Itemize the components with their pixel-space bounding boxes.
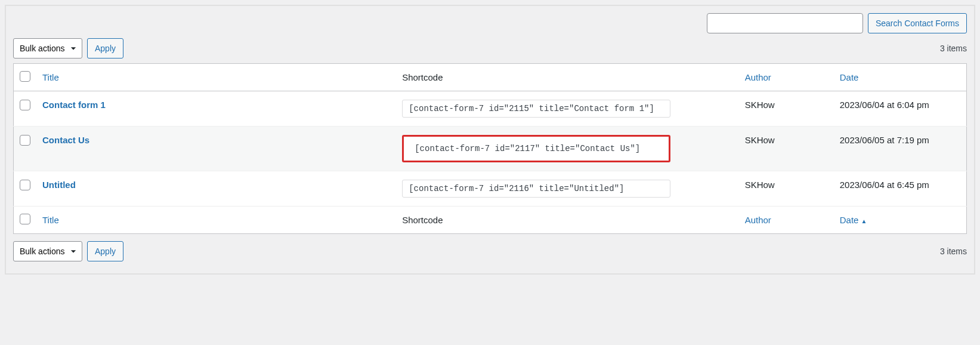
sort-title-link[interactable]: Title — [42, 72, 59, 82]
select-all-footer — [14, 207, 37, 234]
search-box: Search Contact Forms — [13, 13, 967, 33]
sort-date-link[interactable]: Date — [840, 72, 859, 82]
column-header-author[interactable]: Author — [739, 64, 834, 91]
apply-button-top[interactable]: Apply — [87, 38, 123, 58]
bulk-actions-select-bottom[interactable]: Bulk actions — [13, 241, 82, 261]
table-row: UntitledSKHow2023/06/04 at 6:45 pm — [14, 171, 967, 207]
table-row: Contact form 1SKHow2023/06/04 at 6:04 pm — [14, 91, 967, 127]
row-author-cell: SKHow — [739, 171, 834, 207]
column-footer-shortcode: Shortcode — [396, 207, 738, 234]
row-author-cell: SKHow — [739, 127, 834, 171]
search-button[interactable]: Search Contact Forms — [868, 13, 967, 33]
row-title-link[interactable]: Untitled — [42, 180, 76, 190]
select-all-header — [14, 64, 37, 91]
item-count-top: 3 items — [940, 44, 967, 53]
row-shortcode-cell — [396, 91, 738, 127]
row-date-cell: 2023/06/04 at 6:04 pm — [834, 91, 967, 127]
select-all-checkbox-top[interactable] — [20, 71, 30, 82]
row-title-link[interactable]: Contact form 1 — [42, 100, 106, 110]
row-shortcode-cell — [396, 171, 738, 207]
table-row: Contact UsSKHow2023/06/05 at 7:19 pm — [14, 127, 967, 171]
row-checkbox[interactable] — [20, 135, 30, 146]
row-check-cell — [14, 171, 37, 207]
sort-title-link-footer[interactable]: Title — [42, 215, 59, 225]
row-shortcode-cell — [396, 127, 738, 171]
row-checkbox[interactable] — [20, 180, 30, 190]
row-date-cell: 2023/06/05 at 7:19 pm — [834, 127, 967, 171]
column-header-shortcode: Shortcode — [396, 64, 738, 91]
row-checkbox[interactable] — [20, 100, 30, 110]
column-header-date[interactable]: Date — [834, 64, 967, 91]
bulk-actions-top: Bulk actions Apply — [13, 38, 123, 58]
shortcode-input[interactable] — [402, 100, 670, 118]
select-all-checkbox-bottom[interactable] — [20, 214, 30, 224]
sort-date-link-footer[interactable]: Date▲ — [840, 215, 867, 225]
contact-forms-table: Title Shortcode Author Date Contact form… — [13, 63, 967, 234]
row-title-cell: Contact form 1 — [36, 91, 396, 127]
search-input[interactable] — [707, 13, 863, 33]
shortcode-input[interactable] — [402, 135, 670, 162]
bulk-actions-bottom: Bulk actions Apply — [13, 241, 123, 261]
apply-button-bottom[interactable]: Apply — [87, 241, 123, 261]
sort-author-link-footer[interactable]: Author — [745, 215, 771, 225]
contact-forms-list-wrap: Search Contact Forms Bulk actions Apply … — [5, 5, 975, 275]
bulk-actions-select-top[interactable]: Bulk actions — [13, 38, 82, 58]
row-title-cell: Untitled — [36, 171, 396, 207]
row-date-cell: 2023/06/04 at 6:45 pm — [834, 171, 967, 207]
tablenav-top: Bulk actions Apply 3 items — [13, 38, 967, 58]
shortcode-input[interactable] — [402, 180, 670, 198]
tablenav-bottom: Bulk actions Apply 3 items — [13, 241, 967, 261]
row-author-cell: SKHow — [739, 91, 834, 127]
item-count-bottom: 3 items — [940, 247, 967, 256]
sort-ascending-icon: ▲ — [861, 218, 867, 224]
row-check-cell — [14, 91, 37, 127]
column-footer-date[interactable]: Date▲ — [834, 207, 967, 234]
sort-author-link[interactable]: Author — [745, 72, 771, 82]
column-footer-author[interactable]: Author — [739, 207, 834, 234]
row-check-cell — [14, 127, 37, 171]
row-title-link[interactable]: Contact Us — [42, 135, 89, 145]
column-header-title[interactable]: Title — [36, 64, 396, 91]
column-footer-title[interactable]: Title — [36, 207, 396, 234]
row-title-cell: Contact Us — [36, 127, 396, 171]
